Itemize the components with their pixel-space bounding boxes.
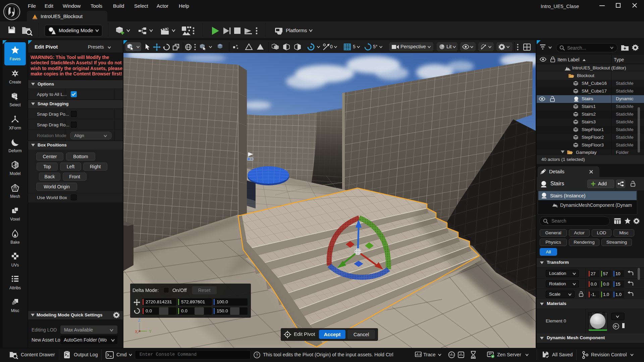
svg-text:C: C [556, 205, 558, 207]
svg-text:X: X [135, 329, 138, 334]
svg-text:?: ? [256, 353, 258, 358]
svg-text:Z: Z [138, 318, 141, 323]
svg-text:Y: Y [149, 329, 152, 334]
